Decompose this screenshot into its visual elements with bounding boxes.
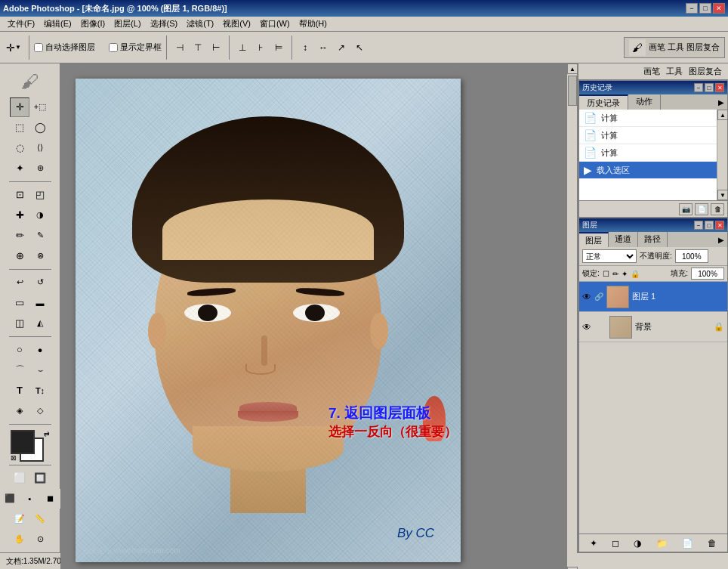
oval-select-btn[interactable]: ◯ [30,118,50,138]
layers-panel-menu-btn[interactable]: ▶ [715,232,727,247]
notes-btn[interactable]: 📝 [10,509,29,529]
pen-btn[interactable]: ⌒ [10,360,29,380]
layer-item-1[interactable]: 👁 🔗 图层 1 [579,282,727,312]
crop-btn[interactable]: ⊡ [10,185,29,205]
path-select-btn[interactable]: ◈ [10,401,29,421]
transform-btn-1[interactable]: ↕ [297,39,313,56]
lock-position-icon[interactable]: ✦ [622,270,628,278]
bg-eraser-btn[interactable]: ▬ [30,293,50,313]
menu-filter[interactable]: 滤镜(T) [182,17,218,31]
move-tool-btn[interactable]: ✛ [10,97,29,117]
distribute-btn-3[interactable]: ⊨ [270,39,287,56]
quick-mask-btn[interactable]: 🔲 [30,468,50,488]
scroll-track[interactable] [567,74,577,567]
fill-input[interactable] [691,267,724,280]
distribute-btn-1[interactable]: ⊥ [234,39,251,56]
history-delete-btn[interactable]: 🗑 [711,203,724,215]
history-snapshot-btn[interactable]: 📷 [679,203,693,215]
foreground-color-swatch[interactable] [11,430,35,454]
auto-select-input[interactable] [34,43,43,52]
layers-panel-min[interactable]: − [694,221,703,230]
history-tab[interactable]: 历史记录 [579,94,628,110]
screen-mode-btn-3[interactable]: ◼ [41,489,60,509]
align-btn-2[interactable]: ⊤ [190,39,206,56]
direct-select-btn[interactable]: ◇ [30,401,50,421]
layers-panel-close[interactable]: ✕ [715,221,724,230]
transform-btn-3[interactable]: ↗ [333,39,350,56]
menu-select[interactable]: 选择(S) [146,17,183,31]
measure-btn[interactable]: 📏 [30,509,50,529]
screen-mode-btn-1[interactable]: ⬛ [0,489,20,509]
paths-tab[interactable]: 路径 [638,232,668,247]
menu-image[interactable]: 图像(I) [76,17,110,31]
history-panel-close[interactable]: ✕ [715,83,724,92]
layer-1-visibility-icon[interactable]: 👁 [582,292,591,302]
patch-btn[interactable]: ◑ [30,206,50,225]
blend-mode-select[interactable]: 正常 [582,249,637,263]
maximize-button[interactable]: □ [699,3,711,14]
brushes-icon-btn[interactable]: 🖌 [629,39,646,56]
reset-colors-icon[interactable]: ⊠ [11,454,17,462]
menu-layer[interactable]: 图层(L) [110,17,145,31]
clone-stamp-btn[interactable]: ⊕ [10,246,29,266]
rect-select-btn[interactable]: ⬚ [10,118,29,138]
toolbar-move-btn[interactable]: ✛ ▼ [3,39,24,56]
heal-btn[interactable]: ✚ [10,206,29,225]
gradient-btn[interactable]: ◫ [10,314,29,333]
menu-help[interactable]: 帮助(H) [295,17,332,31]
vertical-scrollbar[interactable]: ▲ ▼ [566,63,577,569]
screen-mode-btn-2[interactable]: ▪ [20,489,40,509]
history-new-doc-btn[interactable]: 📄 [695,203,708,215]
actions-tab[interactable]: 动作 [628,94,661,110]
lock-transparent-icon[interactable]: ☐ [603,270,609,278]
history-item-4[interactable]: ▶ 载入选区 [579,162,717,179]
pattern-stamp-btn[interactable]: ⊗ [30,246,50,266]
art-history-btn[interactable]: ↺ [30,273,50,292]
lasso-btn[interactable]: ◌ [10,138,29,158]
lock-image-icon[interactable]: ✏ [612,270,618,278]
freeform-pen-btn[interactable]: ⌣ [30,360,50,380]
transform-btn-4[interactable]: ↖ [351,39,368,56]
align-btn-3[interactable]: ⊢ [208,39,224,56]
standard-mode-btn[interactable]: ⬜ [10,468,29,488]
polygonal-lasso-btn[interactable]: ⟨⟩ [30,138,50,158]
adjustment-layer-btn[interactable]: ◑ [634,538,641,549]
layers-tab[interactable]: 图层 [579,232,609,247]
canvas-viewport[interactable]: 7. 返回图层面板 选择一反向（很重要） By CC 思缘论坛 www.miss… [60,63,566,569]
quick-select-btn[interactable]: ⊛ [30,159,50,178]
switch-colors-icon[interactable]: ⇄ [44,430,50,438]
close-button[interactable]: ✕ [713,3,725,14]
paint-bucket-btn[interactable]: ◭ [30,314,50,333]
show-bounds-input[interactable] [109,43,118,52]
layer-item-bg[interactable]: 👁 背景 🔒 [579,312,727,342]
menu-window[interactable]: 窗口(W) [255,17,295,31]
history-panel-min[interactable]: − [694,83,703,92]
transform-btn-2[interactable]: ↔ [315,39,332,56]
magic-wand-btn[interactable]: ✦ [10,159,29,178]
history-scroll-down[interactable]: ▼ [717,190,727,200]
history-panel-max[interactable]: □ [705,83,714,92]
artboard-tool-btn[interactable]: +⬚ [30,97,50,117]
lock-all-icon[interactable]: 🔒 [631,270,640,278]
delete-layer-btn[interactable]: 🗑 [708,538,717,549]
history-item-3[interactable]: 📄 计算 [579,144,717,162]
brush-btn[interactable]: ✏ [10,226,29,246]
burn-btn[interactable]: ● [30,340,50,360]
history-panel-menu-btn[interactable]: ▶ [715,94,727,110]
slice-btn[interactable]: ◰ [30,185,50,205]
menu-view[interactable]: 视图(V) [218,17,255,31]
zoom-tool-btn[interactable]: ⊙ [30,530,50,549]
dodge-btn[interactable]: ○ [10,340,29,360]
text-btn[interactable]: T [10,381,29,400]
history-scrollbar[interactable]: ▲ ▼ [717,110,727,200]
layers-panel-max[interactable]: □ [705,221,714,230]
history-item-1[interactable]: 📄 计算 [579,110,717,127]
layer-bg-visibility-icon[interactable]: 👁 [582,322,591,332]
distribute-btn-2[interactable]: ⊦ [252,39,269,56]
menu-edit[interactable]: 编辑(E) [39,17,76,31]
eraser-btn[interactable]: ▭ [10,293,29,313]
menu-file[interactable]: 文件(F) [3,17,39,31]
pencil-btn[interactable]: ✎ [30,226,50,246]
history-scroll-up[interactable]: ▲ [717,110,727,120]
channels-tab[interactable]: 通道 [609,232,638,247]
